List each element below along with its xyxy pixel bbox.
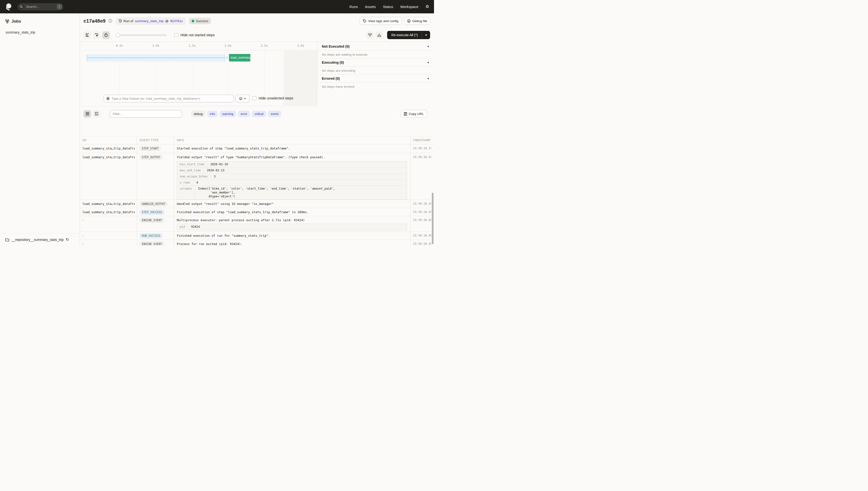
- log-row[interactable]: - RUN_SUCCESS Finished execution of run …: [80, 232, 431, 240]
- metadata-table: min_start_time 2020-02-10 max_end_time 2…: [177, 161, 407, 200]
- gantt-section: 0.5s 1.0s 1.5s 2.0s 2.5s 3.0s load_summa…: [80, 42, 434, 106]
- log-row[interactable]: load_summary_sta…trip_dataframe STEP_STA…: [80, 144, 431, 153]
- folder-icon: [5, 238, 9, 241]
- timestamp: 15:30:18.152: [413, 147, 431, 150]
- gear-icon[interactable]: ⚙: [426, 5, 429, 9]
- debug-file-button[interactable]: Debug file: [404, 17, 430, 25]
- nav-item-runs[interactable]: Runs: [349, 5, 358, 9]
- graph-query-toggle-button[interactable]: [236, 95, 249, 102]
- hide-unselected-checkbox[interactable]: [253, 96, 256, 100]
- event-type-badge: STEP_SUCCESS: [140, 209, 164, 215]
- hide-not-started-label: Hide not started steps: [181, 33, 215, 37]
- sidebar-item-job[interactable]: summary_stats_trip: [0, 24, 80, 34]
- log-table-header: OP EVENT TYPE INFO TIMESTAMP: [80, 136, 434, 144]
- reexecute-caret-button[interactable]: ▼: [422, 31, 430, 39]
- level-chip-debug[interactable]: debug: [191, 111, 205, 117]
- col-op: OP: [82, 139, 87, 142]
- panel-empty-errored: No steps have errored: [317, 83, 434, 91]
- log-row[interactable]: - ENGINE_EVENT Process for run exited (p…: [80, 240, 431, 246]
- level-chip-event[interactable]: event: [268, 111, 281, 117]
- global-search-input[interactable]: Search... /: [18, 3, 63, 10]
- axis-divider: [80, 50, 317, 51]
- reexecute-all-button[interactable]: Re-execute All (*): [387, 31, 422, 39]
- step-status-panel: Not Executed (0) ▼ No steps are waiting …: [317, 42, 434, 106]
- event-type-badge: RUN_SUCCESS: [140, 233, 162, 238]
- log-list-view-button[interactable]: [84, 110, 91, 118]
- run-of-label: Run of: [124, 19, 133, 23]
- commit-link[interactable]: f61f761c: [170, 19, 183, 23]
- job-link[interactable]: summary_stats_trip: [135, 19, 163, 23]
- step-waiting-dotted-line: [87, 58, 225, 58]
- panel-empty-executing: No steps are executing: [317, 66, 434, 75]
- status-badge: Success: [189, 18, 211, 24]
- collapse-panel-icon[interactable]: [375, 31, 383, 39]
- hide-not-started-checkbox[interactable]: [175, 33, 178, 37]
- chevron-down-icon: ▼: [427, 61, 429, 64]
- axis-tick: 3.0s: [297, 44, 304, 48]
- clipboard-icon: [404, 112, 407, 116]
- top-nav: Search... / Runs Assets Status Workspace…: [0, 0, 434, 13]
- timestamp: 15:30:18.427: [413, 155, 431, 159]
- info-icon[interactable]: ⓘ: [108, 19, 113, 24]
- run-header: c17a48e9 ⓘ Run of summary_stats_trip @ f…: [80, 13, 434, 28]
- nav-item-status[interactable]: Status: [383, 5, 393, 9]
- gantt-flat-view-button[interactable]: [84, 31, 91, 39]
- axis-tick: 2.5s: [261, 44, 268, 48]
- step-subset-field: [104, 95, 234, 102]
- panel-section-errored[interactable]: Errored (0) ▼: [317, 75, 434, 83]
- level-chip-error[interactable]: error: [238, 111, 250, 117]
- zoom-to-fit-icon[interactable]: [366, 31, 374, 39]
- level-chip-critical[interactable]: critical: [252, 111, 266, 117]
- nav-item-workspace[interactable]: Workspace: [400, 5, 418, 9]
- log-row[interactable]: - ENGINE_EVENT Multiprocess executor: pa…: [80, 216, 431, 232]
- step-subset-input[interactable]: [112, 97, 231, 100]
- log-structured-view-button[interactable]: [93, 110, 100, 118]
- slider-knob[interactable]: [116, 33, 120, 37]
- log-row[interactable]: load_summary_sta…trip_dataframe STEP_SUC…: [80, 208, 431, 216]
- event-type-badge: ENGINE_EVENT: [140, 241, 164, 246]
- repository-footer: __repository__summary_stats_trip ↻: [0, 233, 80, 246]
- step-subset-icon: [106, 97, 110, 100]
- search-shortcut-key: /: [57, 4, 62, 9]
- level-chip-info[interactable]: info: [207, 111, 218, 117]
- panel-section-not-executed[interactable]: Not Executed (0) ▼: [317, 42, 434, 51]
- hide-not-started-control: Hide not started steps: [175, 33, 215, 37]
- success-dot-icon: [192, 20, 194, 22]
- main-content: c17a48e9 ⓘ Run of summary_stats_trip @ f…: [80, 13, 434, 246]
- sidebar-title: Jobs: [0, 13, 80, 24]
- gantt-step-box[interactable]: load_summary.: [229, 54, 250, 61]
- reexecute-split-button: Re-execute All (*) ▼: [387, 31, 430, 39]
- dagster-logo-icon[interactable]: [5, 3, 13, 11]
- panel-section-executing[interactable]: Executing (0) ▼: [317, 59, 434, 66]
- axis-tick: 2.0s: [225, 44, 232, 48]
- step-waiting-dot: [226, 57, 228, 59]
- gantt-waterfall-view-button[interactable]: [93, 31, 100, 39]
- repository-name: __repository__summary_stats_trip: [11, 238, 64, 241]
- gantt-timed-view-button[interactable]: [102, 31, 110, 39]
- axis-tick: 1.0s: [153, 44, 160, 48]
- panel-empty-not-executed: No steps are waiting to execute: [317, 51, 434, 59]
- level-chip-warning[interactable]: warning: [220, 111, 236, 117]
- history-icon: [119, 19, 122, 23]
- event-log-table: OP EVENT TYPE INFO TIMESTAMP load_summar…: [80, 136, 434, 246]
- vertical-scrollbar[interactable]: [432, 193, 434, 244]
- jobs-sidebar: Jobs summary_stats_trip __repository__su…: [0, 13, 80, 246]
- log-filter-input[interactable]: [110, 110, 182, 118]
- nav-item-assets[interactable]: Assets: [365, 5, 376, 9]
- axis-tick: 0.5s: [116, 44, 123, 48]
- event-type-badge: HANDLED_OUTPUT: [140, 201, 167, 207]
- step-subset-row: Hide unselected steps: [80, 95, 317, 103]
- gantt-chart: 0.5s 1.0s 1.5s 2.0s 2.5s 3.0s load_summa…: [80, 42, 317, 106]
- nav-links: Runs Assets Status Workspace ⚙: [349, 5, 429, 9]
- layers-icon: [239, 97, 242, 100]
- copy-url-button[interactable]: Copy URL: [401, 110, 427, 118]
- log-row[interactable]: load_summary_sta…trip_dataframe STEP_OUT…: [80, 153, 431, 200]
- refresh-icon[interactable]: ↻: [66, 238, 69, 241]
- view-tags-config-button[interactable]: View tags and config: [360, 17, 401, 25]
- log-row[interactable]: load_summary_sta…trip_dataframe HANDLED_…: [80, 200, 431, 208]
- gantt-zoom-slider[interactable]: [116, 34, 167, 36]
- dagster-run-page: Search... / Runs Assets Status Workspace…: [0, 0, 434, 246]
- hide-unselected-label: Hide unselected steps: [259, 96, 293, 100]
- download-icon: [407, 19, 411, 23]
- chevron-down-icon: ▼: [427, 45, 429, 48]
